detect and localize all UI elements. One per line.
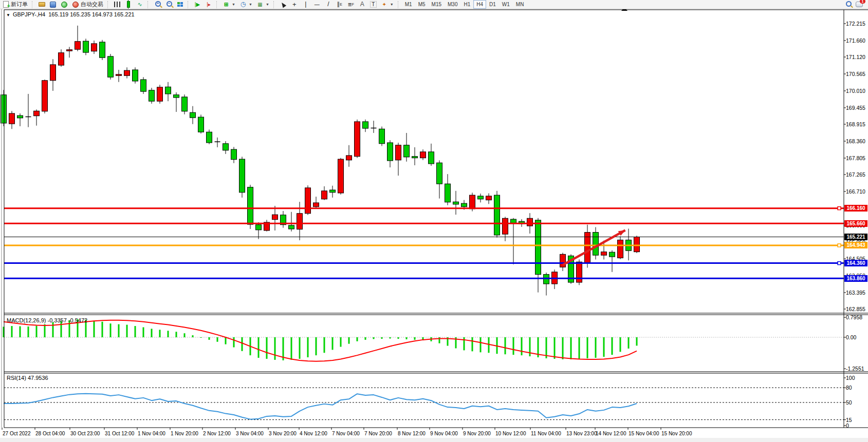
template-icon: ▦ [256,1,264,8]
line-chart-button[interactable]: ∿ [134,1,145,9]
fibonacci-tool-button[interactable]: ≣F [345,1,357,9]
horizontal-line-icon: — [313,1,321,8]
navigator-button[interactable] [47,1,59,9]
candlestick-chart-icon [125,1,132,8]
market-watch-button[interactable] [36,1,47,9]
price-axis-tick: 162.855 [846,306,865,312]
macd-axis-tick: 0.7958 [846,314,862,320]
time-axis-label: 15 Nov 20:00 [661,431,692,437]
time-axis-label: 4 Nov 12:00 [300,431,327,437]
market-watch-icon [38,1,45,8]
rsi-axis-tick: 100 [846,375,855,381]
timeframe-button-m1[interactable]: M1 [402,0,415,9]
periods-button[interactable]: ◷▼ [237,1,254,9]
time-axis-label: 9 Nov 20:00 [463,431,491,437]
new-order-icon [2,1,9,8]
zoom-out-button[interactable]: − [163,1,174,9]
timeframe-button-d1[interactable]: D1 [486,0,499,9]
indicators-icon: ⊞ [223,1,230,8]
chart-window[interactable]: ▼GBPJPY-,H4 165.119 165.235 164.973 165.… [0,9,868,442]
time-axis-label: 15 Nov 04:00 [629,431,659,437]
zoom-out-icon: − [165,1,172,8]
candlestick-chart-button[interactable] [123,1,134,9]
new-order-button[interactable]: 新订单 [0,1,30,9]
templates-button[interactable]: ▦▼ [254,1,271,9]
toolbar-separator [147,1,151,8]
cursor-tool-button[interactable] [278,1,289,9]
timeframe-toolbar: M1M5M15M30H1H4D1W1MN [402,0,527,9]
auto-trading-label: 自动交易 [81,1,103,8]
toolbar-separator [398,1,401,8]
time-axis-label: 3 Nov 04:00 [236,431,264,437]
auto-trading-button[interactable]: 自动交易 [70,1,105,9]
timeframe-button-h4[interactable]: H4 [473,0,486,9]
time-axis-label: 8 Nov 12:00 [398,431,426,437]
price-axis-tick: 167.265 [846,171,865,178]
timeframe-button-m5[interactable]: M5 [415,0,429,9]
price-axis-tick: 171.120 [846,54,865,60]
channel-tool-button[interactable]: ∥E [334,1,345,9]
arrows-icon: ✦ [381,1,388,8]
text-tool-button[interactable]: A [357,1,368,9]
bar-chart-button[interactable] [112,1,123,9]
navigator-icon [49,1,57,8]
arrows-tool-button[interactable]: ✦▼ [379,1,396,9]
chevron-down-icon: ▼ [249,3,252,6]
toolbar-separator [216,1,219,8]
indicators-button[interactable]: ⊞▼ [220,1,237,9]
clock-icon: ◷ [239,1,247,8]
tile-windows-icon [176,1,183,8]
timeframe-button-mn[interactable]: MN [513,0,527,9]
rsi-label: RSI(14) 47.9536 [7,375,48,381]
timeframe-button-h1[interactable]: H1 [460,0,473,9]
search-button[interactable] [842,1,854,9]
chart-symbol: GBPJPY-,H4 [13,11,45,17]
time-axis-label: 1 Nov 20:00 [171,431,198,437]
text-icon: A [359,1,366,8]
equidistant-channel-icon: ∥E [336,1,343,8]
crosshair-tool-button[interactable]: + [289,1,300,9]
time-axis-label: 31 Oct 12:00 [105,431,134,437]
toolbar-separator [32,1,35,8]
horizontal-line-tool-button[interactable]: — [311,1,323,9]
price-line-badge: 165.660 [844,220,867,227]
time-axis-label: 9 Nov 04:00 [430,431,458,437]
cursor-icon [280,1,287,8]
time-axis-label: 14 Nov 12:00 [596,431,626,437]
vertical-line-icon: | [302,1,309,8]
vertical-line-tool-button[interactable]: | [300,1,311,9]
timeframe-button-m30[interactable]: M30 [445,0,460,9]
chevron-down-icon: ▼ [390,3,394,6]
zoom-in-icon: + [154,1,161,8]
zoom-in-button[interactable]: + [152,1,163,9]
search-icon [844,1,852,8]
time-axis-label: 7 Nov 20:00 [364,431,392,437]
macd-label: MACD(12,26,9) -0.3357 -0.5472 [7,317,87,323]
notifications-button[interactable]: 1 [854,1,865,9]
trendline-tool-button[interactable]: / [323,1,334,9]
signals-button[interactable] [59,1,70,9]
time-axis-label: 3 Nov 20:00 [269,431,297,437]
toolbar-separator [107,1,110,8]
auto-scroll-button[interactable]: |▶ [192,1,203,9]
price-axis-tick: 163.395 [846,290,865,296]
chevron-down-icon[interactable]: ▼ [6,13,10,17]
chevron-down-icon: ▼ [266,3,269,6]
chart-shift-button[interactable]: |▸ [203,1,214,9]
price-axis-tick: 167.805 [846,155,865,161]
signals-icon [61,1,68,8]
price-line-badge: 164.360 [844,260,867,266]
mt4-window: 新订单 自动交易 ∿ + − |▶ |▸ ⊞▼ ◷▼ ▦▼ + | — / ∥E… [0,0,868,442]
tile-windows-button[interactable] [174,1,186,9]
label-tool-button[interactable]: T [368,1,379,9]
price-axis-tick: 171.660 [846,37,865,44]
price-line-badge: 163.860 [844,275,867,282]
timeframe-button-m15[interactable]: M15 [429,0,445,9]
rsi-axis-tick: 80 [846,385,852,391]
chart-shift-icon: |▸ [205,1,212,8]
macd-axis-tick: 0.00 [846,334,856,340]
rsi-axis-tick: 15 [846,417,852,423]
fibonacci-icon: ≣F [347,1,355,8]
timeframe-button-w1[interactable]: W1 [499,0,513,9]
auto-trading-icon [72,1,79,8]
